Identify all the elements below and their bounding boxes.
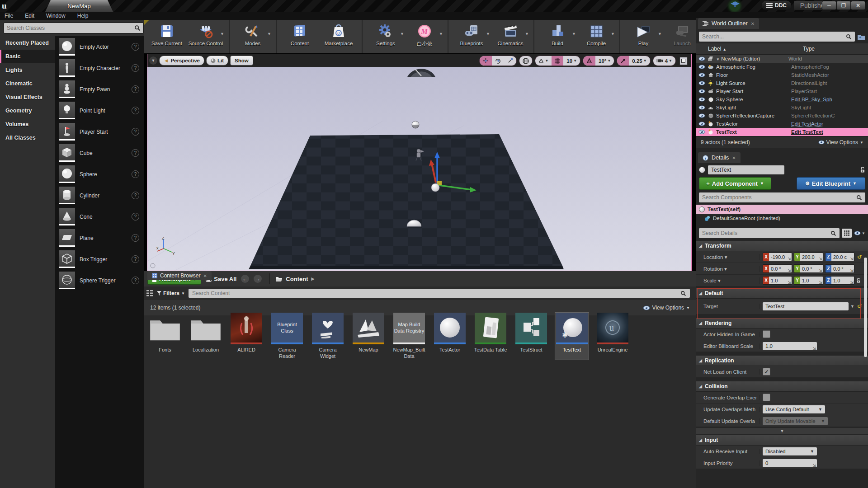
lit-button[interactable]: Lit <box>206 56 228 66</box>
eye-icon[interactable] <box>698 105 705 110</box>
type-column-header[interactable]: Type <box>803 46 868 52</box>
help-icon[interactable]: ? <box>132 234 139 242</box>
help-icon[interactable]: ? <box>132 255 139 263</box>
asset-folder-localization[interactable]: Localization <box>189 313 222 360</box>
scale-z-field[interactable]: Z1.0 <box>825 276 854 285</box>
table-row[interactable]: Light Source DirectionalLight <box>696 79 868 87</box>
modes-button[interactable]: Modes▼ <box>233 20 272 53</box>
show-button[interactable]: Show <box>230 56 253 66</box>
lock-icon[interactable] <box>860 167 865 173</box>
rotation-z-field[interactable]: Z0.0 ° <box>825 264 854 273</box>
asset-testtext[interactable]: ✱ TestText <box>555 313 589 360</box>
component-row-root[interactable]: DefaultSceneRoot (Inherited) <box>696 214 868 223</box>
lock-icon[interactable] <box>856 278 861 283</box>
eye-icon[interactable] <box>698 130 705 134</box>
asset-newmap-built-data[interactable]: Map Build Data Registry NewMap_Built Dat… <box>392 313 426 360</box>
list-item[interactable]: Plane? <box>55 227 144 249</box>
level-tab[interactable]: NewMap <box>45 0 113 12</box>
view-options-button[interactable]: View Options▼ <box>643 305 690 311</box>
rotation-snap-toggle[interactable] <box>583 56 595 66</box>
close-icon[interactable]: ✕ <box>732 155 736 160</box>
chevron-down-icon[interactable]: ▼ <box>572 32 576 36</box>
sources-panel-icon[interactable] <box>146 290 153 296</box>
breadcrumb[interactable]: Content▶ <box>269 273 314 284</box>
chevron-down-icon[interactable]: ▼ <box>658 32 662 36</box>
help-icon[interactable]: ? <box>132 277 139 284</box>
input-section-header[interactable]: ◢Input <box>696 435 868 446</box>
table-row[interactable]: SphereReflectionCapture SphereReflection… <box>696 112 868 120</box>
minimize-button[interactable]: ─ <box>822 1 836 10</box>
table-row[interactable]: ▼ NewMap (Editor) World <box>696 55 868 63</box>
level-viewport[interactable]: ▼ ◄Perspective Lit Show ▼ 10▼ 10°▼ 0.25▼ <box>147 54 692 271</box>
chevron-down-icon[interactable]: ▼ <box>611 32 615 36</box>
eye-icon[interactable] <box>698 56 705 61</box>
grid-snap-value[interactable]: 10▼ <box>563 56 580 66</box>
build-button[interactable]: Build▼ <box>538 20 577 53</box>
search-details-input[interactable]: Search Details <box>699 228 840 238</box>
net-load-checkbox[interactable]: ✓ <box>763 368 770 375</box>
maximize-viewport-button[interactable] <box>679 57 688 65</box>
category-cinematic[interactable]: Cinematic <box>0 77 55 90</box>
asset-camera-reader[interactable]: Blueprint Class Camera Reader <box>270 313 304 360</box>
chevron-down-icon[interactable]: ▼ <box>850 304 854 309</box>
marketplace-button[interactable]: u Marketplace <box>319 20 358 53</box>
surface-snap-button[interactable]: ▼ <box>535 56 552 66</box>
table-row[interactable]: SkyLight SkyLight <box>696 103 868 112</box>
reset-to-default-icon[interactable]: ↺ <box>857 303 862 310</box>
replication-section-header[interactable]: ◢Replication <box>696 356 868 366</box>
table-row[interactable]: TestActor Edit TestActor <box>696 120 868 128</box>
eye-icon[interactable] <box>698 97 705 102</box>
play-button[interactable]: Play▼ <box>624 20 663 53</box>
restore-button[interactable]: ❐ <box>836 1 851 10</box>
menu-window[interactable]: Window <box>46 13 66 19</box>
close-icon[interactable]: ✕ <box>203 273 207 278</box>
component-row-self[interactable]: TestText(self) <box>696 205 868 214</box>
scale-x-field[interactable]: X1.0 <box>763 276 792 285</box>
asset-alired[interactable]: ALIRED <box>230 313 263 360</box>
list-item[interactable]: Player Start? <box>55 121 144 142</box>
search-components-input[interactable]: Search Components <box>699 192 865 202</box>
source-control-button[interactable]: Source Control▼ <box>186 20 225 53</box>
content-browser-tab[interactable]: Content Browser✕ <box>147 271 212 280</box>
graduation-cap-icon[interactable] <box>731 1 740 8</box>
add-folder-icon[interactable]: + <box>857 33 865 40</box>
details-tab[interactable]: i Details✕ <box>698 152 741 163</box>
category-all-classes[interactable]: All Classes <box>0 131 55 145</box>
rotation-x-field[interactable]: X0.0 ° <box>763 264 792 273</box>
world-local-toggle[interactable] <box>519 56 533 66</box>
category-volumes[interactable]: Volumes <box>0 117 55 131</box>
collision-section-header[interactable]: ◢Collision <box>696 381 868 392</box>
help-icon[interactable]: ? <box>132 170 139 178</box>
list-item[interactable]: Empty Pawn? <box>55 79 144 100</box>
list-item[interactable]: Sphere Trigger? <box>55 270 144 291</box>
location-x-field[interactable]: X-190.0 <box>763 253 792 261</box>
skylight-sphere-actor[interactable] <box>412 121 419 128</box>
details-scrollbar[interactable] <box>864 258 867 357</box>
filters-button[interactable]: Filters▼ <box>157 290 185 296</box>
viewport-options-dropdown[interactable]: ▼ <box>149 56 157 65</box>
location-z-field[interactable]: Z20.0 c <box>825 253 854 261</box>
eye-icon[interactable] <box>698 122 705 126</box>
scale-mode-button[interactable] <box>504 56 516 66</box>
category-geometry[interactable]: Geometry <box>0 104 55 117</box>
scale-snap-toggle[interactable] <box>617 56 629 66</box>
menu-edit[interactable]: Edit <box>25 13 34 19</box>
ddc-indicator[interactable]: DDC <box>762 1 791 10</box>
display-filter-button[interactable]: ▼ <box>854 231 865 235</box>
target-dropdown[interactable]: TextTest <box>763 302 849 310</box>
perspective-button[interactable]: ◄Perspective <box>159 56 204 66</box>
help-icon[interactable]: ? <box>132 192 139 199</box>
rotation-snap-value[interactable]: 10°▼ <box>595 56 614 66</box>
table-row-selected[interactable]: TestText Edit TestText <box>696 128 868 136</box>
scale-y-field[interactable]: Y1.0 <box>794 276 823 285</box>
update-overlaps-dropdown[interactable]: Use Config Default▼ <box>763 405 825 413</box>
eye-icon[interactable] <box>698 81 705 85</box>
table-row[interactable]: Player Start PlayerStart <box>696 87 868 95</box>
list-item[interactable]: Point Light? <box>55 100 144 121</box>
asset-camera-widget[interactable]: Camera Widget <box>311 313 344 360</box>
category-lights[interactable]: Lights <box>0 63 55 77</box>
help-icon[interactable]: ? <box>132 85 139 93</box>
eye-icon[interactable] <box>698 65 705 69</box>
expand-section-chevron[interactable]: ▼ <box>696 428 868 434</box>
actor-name-field[interactable]: TestText <box>708 165 784 174</box>
